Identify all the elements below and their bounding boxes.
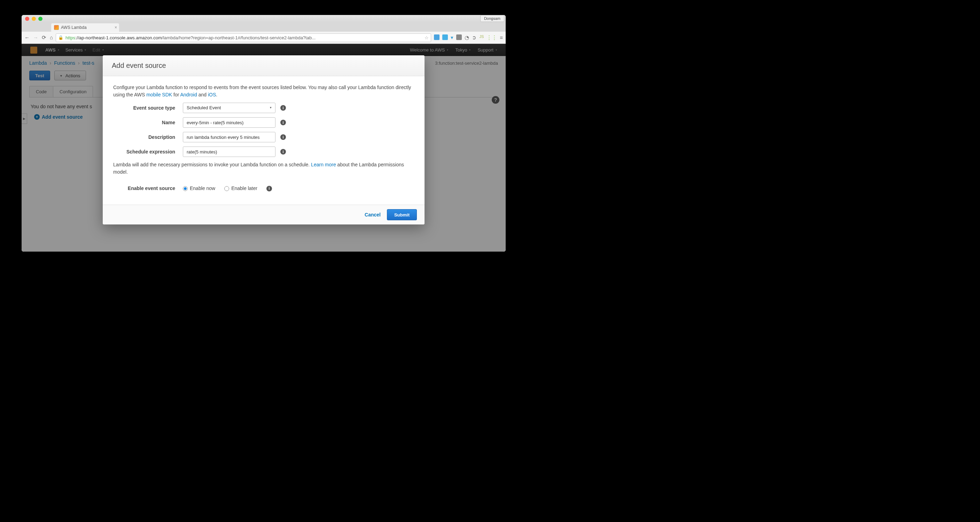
cancel-button[interactable]: Cancel — [364, 212, 381, 217]
schedule-expression-input[interactable] — [183, 146, 275, 157]
extension-icon[interactable]: ▾ — [451, 35, 453, 41]
chrome-menu-icon[interactable]: ≡ — [500, 35, 503, 41]
add-event-source-modal: Add event source Configure your Lambda f… — [103, 56, 425, 224]
modal-backdrop: Add event source Configure your Lambda f… — [22, 44, 506, 252]
browser-tab[interactable]: AWS Lambda × — [51, 23, 119, 32]
window-minimize-icon[interactable] — [32, 17, 36, 21]
aws-favicon-icon — [54, 25, 59, 30]
ios-link[interactable]: iOS — [208, 92, 216, 97]
modal-intro-text: Configure your Lambda function to respon… — [113, 84, 414, 98]
window-titlebar — [22, 15, 506, 22]
submit-button[interactable]: Submit — [387, 209, 417, 220]
tab-close-icon[interactable]: × — [115, 25, 117, 30]
event-source-type-value: Scheduled Event — [187, 105, 221, 111]
info-icon[interactable]: i — [280, 105, 286, 111]
mobile-sdk-link[interactable]: mobile SDK — [146, 92, 172, 97]
url-bar[interactable]: 🔒 https://ap-northeast-1.console.aws.ama… — [56, 33, 431, 42]
extension-icon[interactable] — [442, 35, 448, 40]
url-path: /lambda/home?region=ap-northeast-1#/func… — [162, 35, 315, 40]
extension-icon[interactable] — [434, 35, 439, 40]
radio-enable-now[interactable]: Enable now — [183, 185, 215, 192]
window-zoom-icon[interactable] — [38, 17, 43, 21]
browser-window: AWS Lambda × Dongsam ← → ⟳ ⌂ 🔒 https://a… — [22, 15, 506, 252]
radio-enable-now-label: Enable now — [190, 185, 215, 192]
schedule-name-label: Name — [113, 119, 183, 126]
enable-event-source-label: Enable event source — [113, 185, 183, 192]
radio-enable-later-label: Enable later — [231, 185, 257, 192]
schedule-expression-label: Schedule expression — [113, 148, 183, 155]
nav-home-icon[interactable]: ⌂ — [50, 35, 53, 41]
info-icon[interactable]: i — [280, 134, 286, 140]
chrome-user-button[interactable]: Dongsam — [480, 15, 504, 22]
chevron-down-icon: ▾ — [270, 105, 272, 110]
url-scheme: https — [65, 35, 75, 40]
android-link[interactable]: Android — [180, 92, 197, 97]
modal-title: Add event source — [103, 56, 425, 76]
extension-icon[interactable]: JS — [479, 35, 484, 41]
nav-forward-icon[interactable]: → — [33, 35, 38, 41]
extension-icon[interactable]: ◔ — [465, 35, 469, 41]
schedule-description-label: Description — [113, 133, 183, 141]
modal-footer: Cancel Submit — [103, 205, 425, 224]
event-source-type-label: Event source type — [113, 105, 183, 112]
browser-tabstrip: AWS Lambda × Dongsam — [22, 22, 506, 32]
window-close-icon[interactable] — [25, 17, 29, 21]
browser-toolbar: ← → ⟳ ⌂ 🔒 https://ap-northeast-1.console… — [22, 32, 506, 44]
extension-icon[interactable] — [456, 35, 462, 40]
tab-title: AWS Lambda — [61, 25, 87, 30]
extension-icon[interactable]: ⋮⋮ — [487, 35, 497, 41]
bookmark-star-icon[interactable]: ☆ — [425, 35, 429, 40]
nav-back-icon[interactable]: ← — [24, 35, 30, 41]
nav-reload-icon[interactable]: ⟳ — [42, 35, 46, 41]
lock-icon: 🔒 — [58, 35, 64, 40]
learn-more-link[interactable]: Learn more — [311, 162, 336, 167]
page-viewport: AWS ▾ Services ▾ Edit ▾ Welcome to AWS ▾… — [22, 44, 506, 252]
extension-icons: ▾ ◔ ➲ JS ⋮⋮ ≡ — [434, 35, 503, 41]
extension-icon[interactable]: ➲ — [472, 35, 476, 41]
event-source-type-select[interactable]: Scheduled Event ▾ — [183, 103, 275, 113]
info-icon[interactable]: i — [280, 149, 286, 154]
traffic-lights — [25, 17, 43, 21]
info-icon[interactable]: i — [280, 120, 286, 125]
schedule-description-input[interactable] — [183, 132, 275, 142]
radio-icon — [183, 186, 188, 191]
radio-icon — [224, 186, 229, 191]
radio-enable-later[interactable]: Enable later — [224, 185, 257, 192]
url-host: ://ap-northeast-1.console.aws.amazon.com — [75, 35, 162, 40]
info-icon[interactable]: i — [266, 186, 272, 191]
permissions-note: Lambda will add the necessary permission… — [113, 161, 414, 176]
schedule-name-input[interactable] — [183, 117, 275, 128]
